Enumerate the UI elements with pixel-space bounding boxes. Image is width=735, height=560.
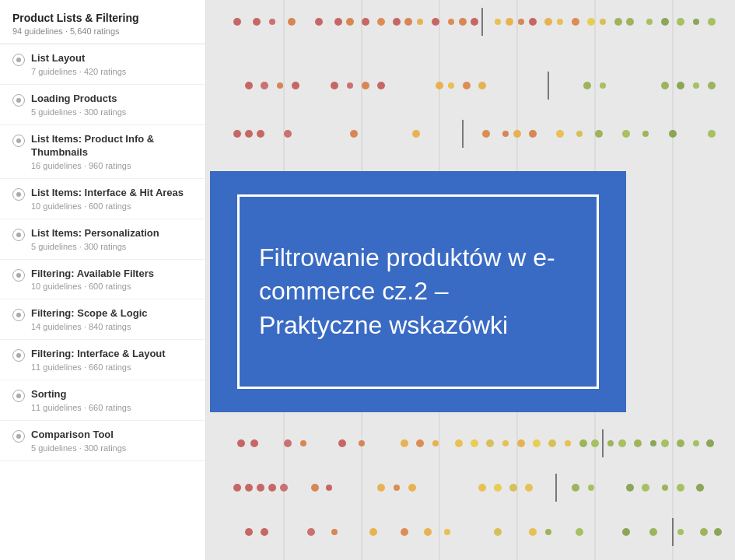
sidebar-item-1[interactable]: Loading Products 5 guidelines · 300 rati…: [0, 85, 205, 125]
svg-point-34: [646, 19, 653, 25]
sidebar-item-meta-5: 10 guidelines · 600 ratings: [31, 282, 154, 291]
svg-point-38: [708, 18, 716, 26]
svg-point-82: [359, 440, 365, 446]
svg-point-143: [714, 528, 722, 536]
svg-point-118: [525, 484, 533, 492]
svg-point-20: [448, 19, 454, 25]
svg-point-97: [618, 439, 626, 447]
svg-point-30: [587, 18, 595, 26]
sidebar-item-icon-6: [12, 309, 25, 321]
svg-point-80: [300, 440, 306, 446]
svg-point-63: [350, 130, 358, 138]
svg-point-11: [315, 18, 323, 26]
svg-point-71: [595, 130, 603, 138]
sidebar-item-meta-9: 5 guidelines · 300 ratings: [31, 443, 126, 453]
overlay-card-border: Filtrowanie produktów w e-commerce cz.2 …: [237, 194, 599, 389]
svg-point-125: [696, 484, 704, 492]
svg-point-95: [591, 439, 599, 447]
svg-point-99: [650, 440, 656, 446]
svg-point-75: [708, 130, 716, 138]
sidebar-item-text-4: List Items: Personalization 5 guidelines…: [31, 227, 159, 251]
svg-point-36: [677, 18, 684, 26]
sidebar-item-8[interactable]: Sorting 11 guidelines · 660 ratings: [0, 380, 205, 421]
sidebar-header: Product Lists & Filtering 94 guidelines …: [0, 0, 205, 44]
svg-point-62: [284, 130, 292, 138]
svg-point-59: [233, 130, 241, 138]
svg-point-138: [576, 528, 583, 536]
svg-point-135: [494, 528, 502, 536]
svg-point-90: [517, 439, 525, 447]
svg-point-107: [257, 484, 264, 492]
sidebar-item-5[interactable]: Filtering: Available Filters 10 guidelin…: [0, 260, 205, 300]
sidebar-item-icon-inner-0: [16, 58, 21, 62]
sidebar-item-text-1: Loading Products 5 guidelines · 300 rati…: [31, 93, 126, 117]
svg-point-29: [572, 18, 579, 26]
svg-point-23: [495, 19, 501, 25]
sidebar-item-title-4: List Items: Personalization: [31, 227, 159, 240]
svg-point-61: [257, 130, 264, 138]
svg-point-68: [529, 130, 537, 138]
svg-point-51: [478, 82, 486, 89]
sidebar-item-icon-inner-5: [16, 273, 21, 278]
sidebar-item-title-0: List Layout: [31, 52, 126, 65]
svg-point-43: [292, 82, 299, 89]
sidebar-item-4[interactable]: List Items: Personalization 5 guidelines…: [0, 219, 205, 260]
sidebar-item-9[interactable]: Comparison Tool 5 guidelines · 300 ratin…: [0, 421, 205, 461]
sidebar-item-title-6: Filtering: Scope & Logic: [31, 307, 148, 320]
svg-point-113: [394, 485, 400, 491]
sidebar-item-icon-2: [12, 135, 25, 147]
sidebar-item-0[interactable]: List Layout 7 guidelines · 420 ratings: [0, 44, 205, 85]
svg-point-65: [482, 130, 490, 138]
sidebar-item-2[interactable]: List Items: Product Info & Thumbnails 16…: [0, 125, 205, 179]
svg-point-87: [471, 439, 478, 447]
sidebar-item-icon-inner-7: [16, 353, 21, 358]
sidebar-item-icon-inner-8: [16, 394, 21, 398]
svg-point-121: [626, 484, 634, 492]
svg-point-54: [661, 82, 669, 89]
svg-point-122: [642, 484, 649, 492]
sidebar-item-meta-0: 7 guidelines · 420 ratings: [31, 67, 126, 76]
svg-point-47: [377, 82, 385, 89]
svg-point-132: [401, 528, 408, 536]
svg-point-89: [502, 440, 509, 446]
svg-point-134: [444, 529, 450, 535]
svg-point-52: [583, 82, 591, 89]
svg-point-100: [661, 439, 669, 447]
svg-point-8: [253, 18, 261, 26]
svg-point-139: [622, 528, 630, 536]
svg-point-137: [545, 529, 551, 535]
svg-point-67: [513, 130, 521, 138]
svg-point-72: [622, 130, 630, 138]
svg-point-44: [331, 82, 338, 89]
svg-point-35: [661, 18, 669, 26]
svg-point-64: [412, 130, 420, 138]
svg-point-94: [579, 439, 587, 447]
svg-point-12: [334, 18, 342, 26]
sidebar-item-text-5: Filtering: Available Filters 10 guidelin…: [31, 268, 154, 292]
sidebar-item-6[interactable]: Filtering: Scope & Logic 14 guidelines ·…: [0, 299, 205, 340]
svg-point-24: [506, 18, 513, 26]
svg-point-130: [331, 529, 338, 535]
svg-point-50: [463, 82, 471, 89]
sidebar-item-text-0: List Layout 7 guidelines · 420 ratings: [31, 52, 126, 76]
svg-point-57: [708, 82, 716, 89]
sidebar-item-7[interactable]: Filtering: Interface & Layout 11 guideli…: [0, 340, 205, 380]
sidebar-item-3[interactable]: List Items: Interface & Hit Areas 10 gui…: [0, 179, 205, 219]
svg-point-21: [459, 18, 467, 26]
svg-point-98: [634, 439, 642, 447]
sidebar-item-icon-inner-3: [16, 192, 21, 197]
sidebar-item-icon-7: [12, 349, 25, 362]
svg-point-84: [416, 439, 424, 447]
sidebar-item-icon-1: [12, 94, 25, 107]
overlay-card: Filtrowanie produktów w e-commerce cz.2 …: [210, 171, 626, 412]
sidebar-item-meta-6: 14 guidelines · 840 ratings: [31, 322, 148, 331]
sidebar-item-text-8: Sorting 11 guidelines · 660 ratings: [31, 388, 131, 412]
svg-point-16: [393, 18, 401, 26]
svg-point-42: [277, 82, 283, 89]
sidebar-items-list: List Layout 7 guidelines · 420 ratings L…: [0, 44, 205, 461]
svg-point-115: [478, 484, 486, 492]
sidebar-item-text-2: List Items: Product Info & Thumbnails 16…: [31, 133, 193, 170]
svg-point-102: [693, 440, 699, 446]
sidebar-item-text-9: Comparison Tool 5 guidelines · 300 ratin…: [31, 429, 126, 453]
svg-point-32: [614, 18, 622, 26]
